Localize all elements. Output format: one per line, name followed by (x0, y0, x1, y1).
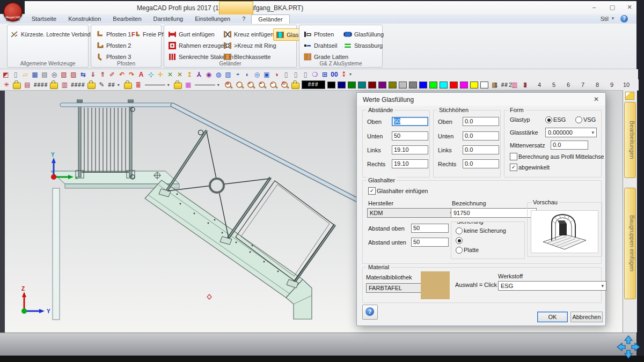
pen-lock-icon[interactable] (87, 83, 96, 89)
color-swatch-black[interactable] (327, 82, 335, 88)
color-swatch-lime[interactable] (429, 82, 437, 88)
werkstoff-combo[interactable]: ESG (498, 281, 606, 291)
hersteller-combo[interactable]: KDM (367, 208, 455, 218)
layer-manager-icon[interactable]: ▤ (23, 80, 32, 89)
side-tab-baugruppen[interactable]: Baugruppen einfügen (624, 188, 636, 299)
checkbox-glashalter-einfuegen[interactable] (368, 187, 376, 195)
input-abstand-links[interactable]: 19.10 (392, 145, 428, 154)
ruler-10[interactable]: 10 (623, 82, 630, 88)
color-swatch-gray[interactable] (409, 82, 417, 88)
input-mittenversatz[interactable]: 0.0 (551, 141, 588, 150)
color-swatch-purple[interactable] (378, 82, 386, 88)
linewidth-lock-icon[interactable] (124, 83, 132, 89)
dialog-help-button[interactable]: ? (362, 305, 378, 320)
menu-tab-bearbeiten[interactable]: Bearbeiten (107, 14, 147, 23)
close-button[interactable]: ✕ (624, 2, 635, 12)
tripod-icon[interactable]: ⅄ (195, 70, 203, 79)
zoom-all-icon[interactable]: ↻ (280, 80, 289, 90)
minimize-button[interactable]: – (588, 2, 600, 12)
solid-box-icon[interactable]: ▧ (224, 70, 232, 79)
zoom-in-icon[interactable]: + (258, 80, 267, 90)
group-manager-icon[interactable]: ▥ (60, 80, 69, 89)
menu-tab-einstellungen[interactable]: Einstellungen (189, 14, 236, 23)
ribbon-item-strassburg[interactable]: Strassburg (343, 40, 384, 51)
shade-icon[interactable]: ◉ (204, 70, 213, 79)
layer-lock-icon[interactable] (13, 83, 21, 89)
menu-tab-help[interactable]: ? (236, 14, 251, 23)
globe-icon[interactable]: ◍ (214, 70, 223, 79)
input-abstand-oben[interactable]: 50 (392, 117, 428, 126)
color-swatch-silver[interactable] (399, 82, 407, 88)
zoom-lock-icon[interactable] (291, 83, 299, 89)
glasstaerke-combo[interactable]: 0.000000 (545, 128, 597, 137)
input-stich-rechts[interactable]: 0.0 (463, 159, 499, 168)
checkbox-abgewinkelt[interactable] (510, 164, 517, 171)
redo-icon[interactable]: ↷ (127, 70, 136, 79)
solid-torus-icon[interactable]: ◎ (253, 70, 261, 79)
open-file-icon[interactable]: ▱ (21, 70, 30, 79)
color-grid-icon[interactable]: ▦ (184, 80, 193, 89)
numbering-icon[interactable]: 00 (330, 70, 339, 79)
ruler-9[interactable]: 9 (608, 82, 616, 88)
color-swatch-olive[interactable] (389, 82, 397, 88)
pen-icon[interactable]: ✎ (98, 80, 106, 89)
color-swatch-white[interactable] (480, 82, 488, 88)
ruler-1[interactable]: 1 (492, 82, 500, 88)
print-preview-icon[interactable]: ◎ (50, 70, 58, 79)
color-swatch-green[interactable] (348, 82, 356, 88)
radio-stift[interactable] (456, 237, 463, 244)
app-tool-icon[interactable]: A (137, 70, 145, 79)
input-abstand-unten[interactable]: 50 (392, 131, 428, 141)
pen-caret[interactable]: ▾ (118, 83, 122, 87)
ruler-7[interactable]: 7 (579, 82, 587, 88)
save-settings-icon[interactable]: ▨ (69, 70, 78, 79)
linetype-preview[interactable] (145, 85, 165, 85)
maximize-button[interactable]: ▢ (606, 2, 618, 12)
scale-field[interactable]: ### (302, 80, 325, 89)
export-icon[interactable]: ⇑ (98, 70, 107, 79)
linewidth-icon[interactable]: ≣ (134, 80, 143, 89)
ruler-6[interactable]: 6 (565, 82, 572, 88)
zoom-previous-icon[interactable]: « (246, 80, 255, 90)
ribbon-item-kreuz-mit-ring[interactable]: >Kreuz mit Ring (223, 40, 276, 51)
extrude-icon[interactable]: ↥ (185, 70, 194, 79)
trash-1-icon[interactable]: ▯ (282, 70, 290, 79)
menu-tab-darstellung[interactable]: Darstellung (148, 14, 189, 23)
import-icon[interactable]: ⇓ (89, 70, 97, 79)
solid-disc-icon[interactable]: ◓ (233, 70, 242, 79)
linewidth-caret[interactable]: ▾ (217, 83, 222, 87)
menu-tab-gelaender[interactable]: Geländer (251, 14, 289, 24)
undo-icon[interactable]: ↶ (118, 70, 126, 79)
ribbon-item-kreuz-einfuegen[interactable]: Kreuz einfügen (223, 28, 276, 40)
ribbon-item-pfosten-2[interactable]: Pfosten 2 (96, 40, 131, 51)
plot-settings-icon[interactable]: ▧ (60, 70, 68, 79)
input-stich-oben[interactable]: 0.0 (463, 117, 499, 126)
transform-y-icon[interactable]: ✕ (175, 70, 184, 79)
side-tab-bearbeitungen[interactable]: Bearbeitungen (624, 102, 636, 178)
ruler-5[interactable]: 5 (550, 82, 558, 88)
ribbon-item-alu-pfosten[interactable]: Pfosten (303, 28, 348, 40)
color-swatch-red[interactable] (450, 82, 458, 88)
stil-label[interactable]: Stil (601, 16, 609, 22)
radio-esg[interactable] (545, 116, 552, 123)
menu-tab-konstruktion[interactable]: Konstruktion (62, 14, 107, 23)
linetype-caret[interactable]: ▾ (167, 83, 172, 87)
ribbon-item-drahtseil[interactable]: Drahtseil (303, 40, 348, 51)
zoom-out-icon[interactable]: − (269, 80, 278, 90)
materials-icon[interactable]: ◑ (272, 70, 281, 79)
color-swatch-blue[interactable] (419, 82, 427, 88)
input-stich-unten[interactable]: 0.0 (463, 131, 499, 141)
menu-tab-startseite[interactable]: Startseite (26, 14, 62, 23)
bezeichnung-combo[interactable]: 91750 (451, 208, 537, 218)
input-abstand-rechts[interactable]: 19.10 (392, 159, 428, 168)
coordinate-system-icon[interactable]: ⊹ (147, 70, 155, 79)
input-halter-abstand-unten[interactable]: 50 (411, 238, 449, 247)
color-swatch-yellow[interactable] (470, 82, 478, 88)
file-exchange-icon[interactable]: ⇆ (79, 70, 87, 79)
transform-x-icon[interactable]: ✕ (166, 70, 174, 79)
input-stich-links[interactable]: 0.0 (463, 145, 499, 154)
ribbon-item-pfosten-1[interactable]: Pfosten 1 (96, 28, 131, 40)
linewidth-preview[interactable] (195, 85, 215, 85)
snap-star-icon[interactable]: ✳ (2, 80, 11, 89)
group-lock-icon[interactable] (50, 83, 58, 89)
